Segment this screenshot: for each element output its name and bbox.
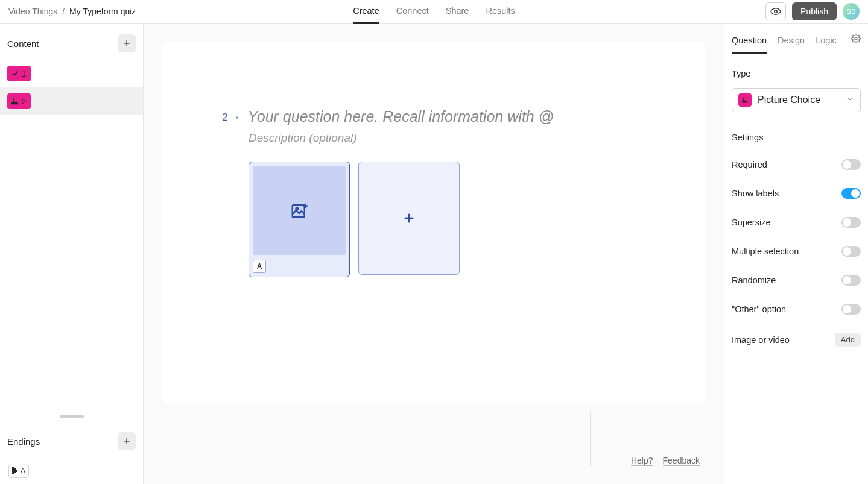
question-number: 1 xyxy=(22,69,26,78)
toggle-supersize[interactable] xyxy=(841,217,861,228)
question-card: 2 → Your question here. Recall informati… xyxy=(162,42,706,403)
plus-icon xyxy=(122,437,131,445)
help-link[interactable]: Help? xyxy=(631,456,653,466)
question-type-select[interactable]: Picture Choice xyxy=(732,88,861,112)
sidebar-item-question-1[interactable]: 1 xyxy=(0,60,143,87)
left-sidebar: Content 1 2 Endings xyxy=(0,24,144,484)
setting-multiple-label: Multiple selection xyxy=(732,247,799,256)
tab-create[interactable]: Create xyxy=(353,0,379,24)
add-media-button[interactable]: Add xyxy=(835,333,861,347)
toggle-randomize[interactable] xyxy=(841,275,861,286)
ending-letter: A xyxy=(21,467,25,475)
right-tab-logic[interactable]: Logic xyxy=(816,31,837,54)
right-tab-design[interactable]: Design xyxy=(778,31,805,54)
toggle-other-option[interactable] xyxy=(841,304,861,315)
bottom-strip: Help? Feedback xyxy=(162,412,706,466)
resize-handle[interactable] xyxy=(60,415,84,418)
right-panel: Question Design Logic Type Picture Choic… xyxy=(724,24,868,484)
type-value: Picture Choice xyxy=(758,95,820,105)
gear-icon xyxy=(851,34,861,43)
question-description-input[interactable]: Description (optional) xyxy=(249,131,664,145)
right-tab-question[interactable]: Question xyxy=(732,31,767,54)
setting-show-labels-label: Show labels xyxy=(732,189,779,198)
publish-button[interactable]: Publish xyxy=(792,2,837,20)
eye-icon xyxy=(770,6,781,17)
settings-label: Settings xyxy=(732,133,861,142)
image-icon xyxy=(11,97,19,105)
svg-point-10 xyxy=(296,208,299,210)
top-nav: Create Connect Share Results xyxy=(353,0,515,24)
type-label: Type xyxy=(732,69,861,78)
question-number-text: 2 xyxy=(222,112,227,124)
tab-connect[interactable]: Connect xyxy=(396,0,429,24)
preview-button[interactable] xyxy=(765,2,786,20)
question-number-indicator: 2 → xyxy=(222,108,240,124)
add-choice-button[interactable] xyxy=(358,162,460,275)
chevron-down-icon xyxy=(846,95,854,105)
image-icon xyxy=(741,96,749,104)
setting-randomize-label: Randomize xyxy=(732,275,776,285)
plus-icon xyxy=(402,212,416,225)
breadcrumb-separator: / xyxy=(62,7,65,16)
question-number: 2 xyxy=(22,97,26,106)
breadcrumb-form-name[interactable]: My Typeform quiz xyxy=(69,7,136,16)
endings-section-label: Endings xyxy=(7,436,40,447)
svg-point-0 xyxy=(775,10,778,13)
feedback-link[interactable]: Feedback xyxy=(663,456,700,466)
check-icon xyxy=(11,69,19,78)
canvas: 2 → Your question here. Recall informati… xyxy=(144,24,724,484)
content-section-label: Content xyxy=(7,39,39,49)
svg-rect-8 xyxy=(16,470,17,472)
add-ending-button[interactable] xyxy=(118,432,136,450)
svg-rect-6 xyxy=(12,467,14,474)
svg-point-16 xyxy=(743,98,744,99)
svg-rect-7 xyxy=(14,468,16,473)
breadcrumb-workspace[interactable]: Video Things xyxy=(8,7,57,16)
toggle-multiple-selection[interactable] xyxy=(841,246,861,257)
toggle-required[interactable] xyxy=(841,159,861,170)
setting-image-label: Image or video xyxy=(732,335,790,345)
tab-share[interactable]: Share xyxy=(446,0,469,24)
plus-icon xyxy=(122,39,131,48)
toggle-show-labels[interactable] xyxy=(841,188,861,199)
tab-results[interactable]: Results xyxy=(486,0,515,24)
setting-other-label: "Other" option xyxy=(732,304,786,314)
arrow-icon: → xyxy=(230,112,240,124)
add-content-button[interactable] xyxy=(118,34,136,52)
svg-point-3 xyxy=(13,98,14,99)
setting-required-label: Required xyxy=(732,160,767,169)
add-image-icon xyxy=(290,201,308,219)
setting-supersize-label: Supersize xyxy=(732,218,770,227)
svg-rect-9 xyxy=(293,205,305,217)
sidebar-item-question-2[interactable]: 2 xyxy=(0,87,143,115)
picture-choice-a[interactable]: A xyxy=(249,162,350,277)
choice-letter-badge: A xyxy=(253,260,266,273)
svg-point-15 xyxy=(855,37,857,40)
question-title-input[interactable]: Your question here. Recall information w… xyxy=(247,108,554,125)
sidebar-item-ending-a[interactable]: A xyxy=(0,457,143,484)
panel-settings-button[interactable] xyxy=(851,34,861,51)
avatar[interactable]: SB xyxy=(843,3,860,20)
ending-icon xyxy=(12,467,18,474)
choice-image-placeholder[interactable] xyxy=(253,166,346,255)
